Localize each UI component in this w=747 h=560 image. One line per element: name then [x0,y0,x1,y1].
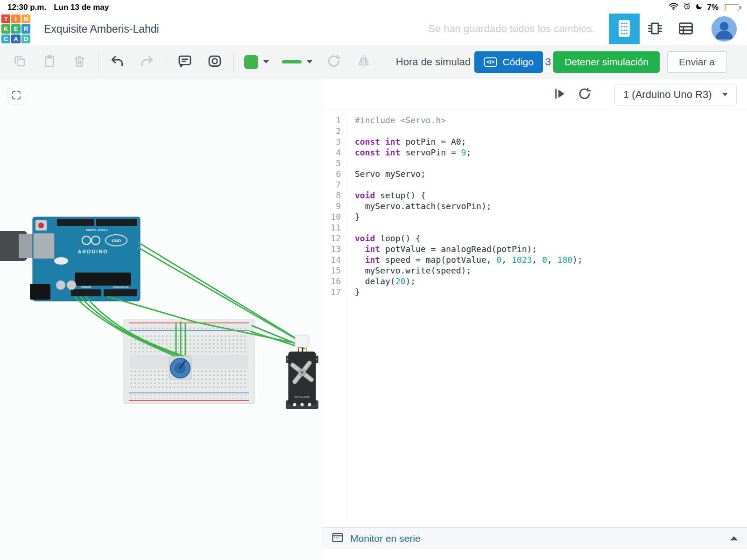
analog-label: ANALOG IN [113,286,128,288]
clock-label: 12:30 p.m. [7,3,46,12]
component-list-button[interactable] [670,14,701,44]
redo-icon [140,54,155,70]
app-header: T I N K E R C A D Exquisite Amberis-Lahd… [0,13,747,45]
servo-label: SM-S2309S [295,395,310,398]
divider [603,85,603,105]
panel-footer [322,549,747,560]
schematic-view-button[interactable] [640,14,670,44]
rotate-icon [326,54,341,70]
wire-style-swatch [282,60,302,63]
simulation-time-digit: 3 [545,56,551,68]
simulation-time-label: Hora de simulad [396,56,471,68]
header-actions [609,14,737,44]
notes-button[interactable] [170,49,200,75]
redo-button[interactable] [132,49,162,75]
step-debug-button[interactable] [553,87,566,102]
logo-tile: I [11,14,20,23]
code-gutter: 1234567891011121314151617 [322,115,347,527]
logo-tile: R [21,24,30,33]
circuits-view-button[interactable] [609,14,640,44]
alarm-icon [683,2,691,13]
color-swatch [244,55,258,69]
power-label: POWER [81,286,92,288]
stop-simulation-button[interactable]: Detener simulación [553,51,660,73]
chevron-down-icon [263,60,269,63]
undo-icon [110,54,125,70]
delete-button[interactable] [64,49,94,75]
wire-style-dropdown[interactable] [275,49,319,75]
labels-button[interactable] [200,49,230,75]
replay-icon [578,87,592,102]
servo-motor[interactable]: SM-S2309S [282,335,322,409]
serial-monitor-bar[interactable]: Monitor en serie [322,527,747,549]
logo-tile: C [1,35,10,43]
arduino-label: ARDUINO [78,249,108,254]
status-bar: 12:30 p.m. Lun 13 de may 7% [0,0,747,13]
board-selector[interactable]: 1 (Arduino Uno R3) [614,84,737,105]
divider [166,51,166,73]
labels-icon [207,54,222,70]
battery-percent: 7% [707,3,719,12]
collapse-caret-icon[interactable] [730,536,738,540]
undo-button[interactable] [102,49,132,75]
chevron-down-icon [307,60,312,63]
code-icon: </> [484,57,497,67]
code-header: 1 (Arduino Uno R3) [322,79,747,110]
arduino-uno[interactable]: UNO ARDUINO DIGITAL (PWM~) POWER ANALOG … [0,217,140,301]
fit-view-icon [11,90,22,102]
notes-icon [177,54,192,70]
wifi-icon [669,2,679,13]
send-button[interactable]: Enviar a [667,51,726,73]
uno-label: UNO [112,238,121,243]
moon-icon [695,3,703,13]
chevron-down-icon [722,93,728,96]
code-lines[interactable]: #include <Servo.h>const int potPin = A0;… [347,115,583,527]
digital-label: DIGITAL (PWM~) [86,229,108,231]
tinkercad-logo[interactable]: T I N K E R C A D [0,13,32,45]
board-selector-label: 1 (Arduino Uno R3) [623,89,712,101]
table-icon [677,20,694,38]
trash-icon [72,54,86,70]
code-button[interactable]: </> Código [474,51,543,73]
code-button-label: Código [502,56,534,68]
flip-icon [356,54,371,70]
circuit-canvas[interactable]: UNO ARDUINO DIGITAL (PWM~) POWER ANALOG … [0,79,322,560]
paste-icon [42,54,56,70]
code-panel: 1 (Arduino Uno R3) 123456789101112131415… [322,79,747,560]
logo-tile: D [21,35,30,43]
avatar[interactable] [712,16,737,42]
fit-view-button[interactable] [7,87,25,105]
date-label: Lun 13 de may [54,3,109,12]
divider [98,51,99,73]
document-title[interactable]: Exquisite Amberis-Lahdi [44,23,159,35]
wire-color-dropdown[interactable] [238,49,275,75]
battery-icon [724,4,740,11]
breadboard-view-icon [617,19,632,39]
divider [233,51,234,73]
serial-monitor-label: Monitor en serie [350,533,421,544]
screen: 12:30 p.m. Lun 13 de may 7% [0,0,747,560]
code-editor[interactable]: 1234567891011121314151617 #include <Serv… [322,110,747,527]
logo-tile: E [11,24,20,33]
step-debug-icon [553,87,566,102]
logo-tile: N [21,14,30,23]
logo-tile: T [1,14,10,23]
main: UNO ARDUINO DIGITAL (PWM~) POWER ANALOG … [0,79,747,560]
circuit-svg: UNO ARDUINO DIGITAL (PWM~) POWER ANALOG … [0,79,322,560]
replay-button[interactable] [578,87,592,102]
copy-icon [13,54,27,70]
copy-button[interactable] [5,49,35,75]
schematic-icon [646,20,664,39]
flip-button[interactable] [349,49,379,75]
logo-tile: K [1,24,10,33]
serial-monitor-icon [331,532,344,546]
logo-tile: A [11,35,20,43]
paste-button[interactable] [35,49,64,75]
potentiometer[interactable] [169,357,191,380]
rotate-button[interactable] [319,49,349,75]
toolbar: Hora de simulad </> Código 3 Detener sim… [0,45,747,79]
save-status: Se han guardado todos los cambios. [428,23,595,35]
